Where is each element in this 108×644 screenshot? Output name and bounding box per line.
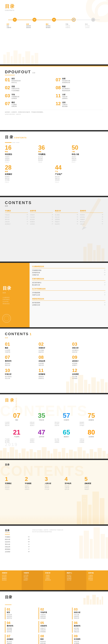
svg-rect-15 [93, 250, 96, 262]
s9-left-2: 政策分析05 [5, 538, 30, 541]
svg-marker-12 [82, 227, 87, 230]
timeline-desc-5: 统计数据分析报告 [85, 25, 102, 28]
svg-rect-53 [90, 449, 93, 459]
svg-rect-27 [97, 382, 100, 393]
s7-card-6: 47 运营管理 运营模式管理提升效率优化 [30, 429, 54, 443]
section-5: 目录 目录 行业整体情况区域市场情况近几年市场典型项目情况 行业整体情况总结 市… [0, 263, 108, 327]
section9-main: 目录 contents 市场概况02 政策分析05 供应研究08 需求分析11 … [0, 526, 108, 570]
s10-item-4: 04 需求研究 需求规模客群画像需求特征 [5, 621, 36, 633]
section2-header: DPOUFOUT 目录 [5, 70, 103, 74]
timeline-num-4: 市场 [66, 23, 82, 25]
timeline-num-2: 政策 [26, 23, 43, 25]
svg-rect-51 [83, 450, 86, 459]
svg-rect-56 [102, 451, 106, 459]
svg-rect-38 [30, 449, 33, 459]
timeline-dot-4: 08 [72, 18, 76, 22]
s7-card-8: 80 总结展望 主要结论未来趋势机遇挑战 [80, 429, 103, 443]
svg-rect-33 [10, 447, 14, 459]
timeline-desc-4: 市场分析供需状况 [66, 25, 82, 28]
s2-item-5: 07 政策 相关政策法规政策影响分析 [56, 77, 103, 84]
svg-rect-29 [105, 382, 108, 393]
section10-underline [5, 604, 12, 605]
svg-rect-73 [84, 598, 86, 604]
svg-rect-28 [100, 379, 104, 393]
svg-rect-54 [94, 452, 97, 459]
svg-rect-66 [85, 500, 86, 502]
section3-decorline [5, 142, 103, 143]
svg-rect-16 [96, 245, 100, 262]
timeline-desc-3: 基本情况城市格局 [46, 25, 62, 28]
section3-bottom-row: 28 政策 政策解析 新政解读影响分析应对策略 P28-35 44 产业 产业地… [5, 164, 103, 182]
section7-title-en: CONTENTS [15, 398, 17, 410]
svg-rect-24 [84, 380, 87, 393]
section7-top-grid: 07 概述 行业背景发展历程现状分析 35 市场分析 供需分析价格研究成交统计 … [5, 412, 103, 426]
s9-left-3: 供应研究08 [5, 541, 30, 543]
s5-item-5: 重点城市分析 13 [32, 284, 105, 286]
svg-rect-77 [96, 597, 99, 604]
svg-rect-40 [37, 450, 41, 459]
svg-rect-79 [102, 596, 103, 604]
s6-item-8: 11 政策解读 最新政策影响评估 [38, 368, 70, 379]
svg-rect-4 [11, 56, 13, 64]
s5-item-7: 关键节点分析 19 [32, 294, 105, 296]
svg-rect-48 [69, 450, 73, 459]
s9-bar-2: 专项研究 住宅市场 商业地产 工业地产 特殊资产 [22, 570, 43, 590]
cityscape-decoration [0, 48, 108, 64]
svg-line-11 [84, 199, 100, 227]
s7-card-7: 65 数据统计 核心指标对比分析趋势图表 [55, 429, 78, 443]
svg-rect-32 [7, 452, 9, 459]
s5-item-2: 竞争格局分析 04 [32, 272, 105, 274]
svg-rect-78 [100, 600, 101, 604]
section9-divider [5, 534, 10, 535]
svg-rect-36 [22, 448, 26, 459]
building-deco-4 [82, 242, 108, 262]
s8-item-4: 4 竞争格局 竞争态势主要玩家差异分析 [65, 476, 83, 490]
svg-rect-57 [106, 454, 108, 459]
section6-title: CONTENTS [5, 332, 29, 336]
timeline-dot-5: 12 [91, 18, 95, 22]
s8-item-5: 5 战略展望 未来趋势投资机会风险提示 [84, 476, 103, 490]
s5-item-8: 标杆项目案例 23 [32, 302, 105, 304]
timeline-desc-1: 综述主要内容 [6, 25, 23, 28]
svg-rect-55 [98, 448, 102, 459]
s10-item-1: 01 前言 研究背景研究目的研究方法 [5, 608, 36, 619]
svg-rect-47 [66, 453, 68, 459]
section9-title: 目录 [5, 529, 30, 532]
s2-item-8: 12 总结 主要结论建议措施 [56, 101, 103, 108]
section-7: CONTENTS 目 录 CONTENTS 07 概述 行业背景发展历程现状分析… [0, 394, 108, 459]
s8-item-1: 1 宏观概述 经济环境政策背景行业定位 [5, 476, 24, 490]
svg-rect-76 [92, 595, 96, 604]
s5-item-1: 市场规模及增速 02 [32, 269, 105, 272]
s9-bar-3: 区域分析 一线城市 二线城市 三四线市 城市群研究 [43, 570, 65, 590]
section7-header: 目 录 CONTENTS [5, 398, 103, 410]
svg-rect-69 [90, 539, 93, 558]
s10-item-5: 05 价格研究 价格水平价格走势影响因素 [38, 621, 70, 633]
svg-rect-30 [0, 450, 2, 459]
section-2: DPOUFOUT 目录 01 前言 研究背景及目的研究方法 07 政策 相关政策… [0, 66, 108, 130]
svg-rect-5 [14, 50, 18, 64]
section10-deco [84, 595, 103, 604]
svg-rect-46 [62, 448, 65, 459]
gap-3 [0, 196, 108, 197]
svg-rect-17 [102, 248, 104, 262]
svg-rect-25 [88, 384, 90, 393]
svg-rect-31 [3, 448, 6, 459]
section6-num-suffix: 1 [30, 332, 31, 336]
s2-item-1: 01 前言 研究背景及目的研究方法 [5, 77, 52, 84]
s9-left-5: 价格走势14 [5, 546, 30, 548]
svg-rect-2 [3, 54, 6, 64]
s5-item-4: 各区域市场特点 10 [32, 282, 105, 284]
s9-left-7: 总结展望20 [5, 550, 30, 553]
svg-rect-71 [100, 534, 105, 558]
section6-subtitle: 目录 [5, 337, 103, 339]
svg-rect-70 [94, 527, 100, 558]
svg-rect-3 [6, 52, 10, 64]
svg-rect-64 [85, 498, 86, 499]
s3-card-2: 36 聚焦 市场聚焦 热点区域重点项目数据追踪 P36-43 [38, 145, 70, 163]
section-4: CONTENTS 目录 市场概况 市场总览02 供应分析04 需求分析07 价格… [0, 197, 108, 262]
s7-card-5: 21 产品研究 产品创新设计趋势客户需求 [5, 429, 28, 443]
svg-rect-43 [50, 454, 52, 459]
s6-item-3: 03 供给分析 供应量统计结构分析 [72, 342, 103, 353]
section3-top-row: 16 特别 特别报告 专项研究深度报道政策解读 P16-25 36 聚焦 市场聚… [5, 145, 103, 163]
s9-left-4: 需求分析11 [5, 543, 30, 546]
